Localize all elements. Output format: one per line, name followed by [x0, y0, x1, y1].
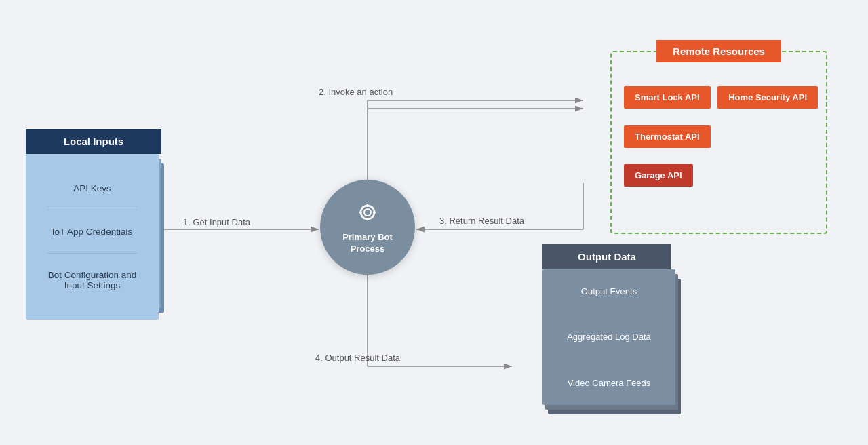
svg-rect-12: [367, 218, 369, 220]
output-stack: Output Events Aggregated Log Data Video …: [542, 269, 678, 419]
thermostat-api-btn: Thermostat API: [624, 125, 711, 148]
arrow2-label: 2. Invoke an action: [319, 87, 393, 97]
local-input-item-0: API Keys: [42, 179, 142, 197]
garage-api-btn: Garage API: [624, 164, 693, 187]
local-inputs-header: Local Inputs: [26, 129, 161, 154]
remote-resources-header: Remote Resources: [656, 40, 781, 62]
output-data-group: Output Data Output Events Aggregated Log…: [542, 244, 678, 419]
output-item-0: Output Events: [578, 284, 639, 299]
smart-lock-api-btn: Smart Lock API: [624, 86, 711, 109]
diagram-container: 1. Get Input Data 2. Invoke an action 3.…: [0, 0, 868, 445]
svg-rect-14: [373, 211, 376, 213]
remote-resources-box: Remote Resources Smart Lock API Home Sec…: [610, 51, 827, 234]
local-inputs-stack: API Keys IoT App Credentials Bot Configu…: [26, 154, 161, 317]
out-front: Output Events Aggregated Log Data Video …: [542, 269, 675, 405]
output-data-header: Output Data: [542, 244, 671, 269]
arrow4-label: 4. Output Result Data: [315, 353, 400, 363]
home-security-api-btn: Home Security API: [717, 86, 818, 109]
local-inputs-group: Local Inputs API Keys IoT App Credential…: [26, 129, 161, 317]
bot-label: Primary BotProcess: [342, 232, 393, 255]
output-item-1: Aggregated Log Data: [564, 329, 654, 345]
card-front: API Keys IoT App Credentials Bot Configu…: [26, 154, 159, 320]
arrow1-label: 1. Get Input Data: [183, 217, 250, 227]
bot-icon: [355, 200, 380, 229]
local-input-item-2: Bot Configuration and Input Settings: [42, 266, 142, 294]
local-input-item-1: IoT App Credentials: [42, 222, 142, 241]
output-item-2: Video Camera Feeds: [565, 375, 654, 391]
bot-circle: Primary BotProcess: [320, 180, 415, 275]
svg-rect-11: [367, 204, 369, 207]
arrow3-label: 3. Return Result Data: [439, 216, 524, 226]
svg-rect-13: [359, 211, 362, 213]
svg-point-10: [364, 209, 371, 216]
